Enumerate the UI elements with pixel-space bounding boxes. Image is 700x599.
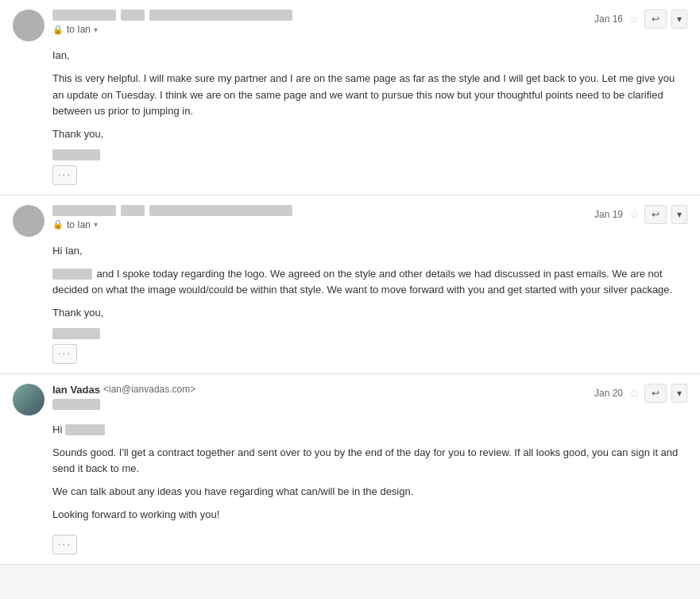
signature-1 [52,149,100,160]
sender-info-1: 🔒 to Ian ▾ Jan 16 ☆ ↩ ▾ [52,10,687,35]
body-para-2-1: Thank you, [52,305,687,322]
email-item-2: 🔒 to Ian ▾ Jan 19 ☆ ↩ ▾ Hi Ian, [0,195,700,374]
more-button-1[interactable]: ▾ [671,10,687,29]
to-label-1: to Ian [67,24,91,35]
greeting-3: Hi [52,422,687,439]
avatar-3 [13,384,44,415]
email-thread: 🔒 to Ian ▾ Jan 16 ☆ ↩ ▾ Ian, This is ve [0,0,700,565]
lock-icon-1: 🔒 [52,25,64,35]
sender-name-blurred-2b [121,205,145,216]
email-header-3: Ian Vadas <ian@ianvadas.com> Jan 20 ☆ ↩ … [13,384,687,415]
date-3: Jan 20 [594,388,623,399]
recipient-name-blurred-3 [65,424,105,435]
star-icon-3[interactable]: ☆ [629,387,640,400]
sender-email-blurred-2 [149,205,292,216]
dropdown-arrow-1[interactable]: ▾ [94,25,98,34]
to-label-2: to Ian [67,219,91,230]
to-row-1: 🔒 to Ian ▾ [52,24,292,35]
date-actions-2: Jan 19 ☆ ↩ ▾ [594,205,687,224]
body-para-1-0: This is very helpful. I will make sure m… [52,71,687,120]
sender-info-2: 🔒 to Ian ▾ Jan 19 ☆ ↩ ▾ [52,205,687,230]
dropdown-arrow-2[interactable]: ▾ [94,220,98,229]
body-para-2-0: and I spoke today regarding the logo. We… [52,266,687,300]
greeting-2: Hi Ian, [52,243,687,260]
email-item-3: Ian Vadas <ian@ianvadas.com> Jan 20 ☆ ↩ … [0,374,700,565]
reply-button-1[interactable]: ↩ [644,10,667,29]
sender-name-blurred-1b [121,10,145,21]
to-row-2: 🔒 to Ian ▾ [52,219,292,230]
avatar-1 [13,10,44,41]
sender-name-blurred-1 [52,10,116,21]
to-recipients-blurred-3 [52,399,100,410]
more-expand-3[interactable]: ··· [52,535,77,555]
to-extra-3 [106,399,108,410]
more-expand-1[interactable]: ··· [52,165,77,185]
sender-email-blurred-1 [149,10,292,21]
reply-button-3[interactable]: ↩ [644,384,667,403]
more-button-2[interactable]: ▾ [671,205,687,224]
email-header-2: 🔒 to Ian ▾ Jan 19 ☆ ↩ ▾ [13,205,687,237]
email-body-3: Hi Sounds good. I'll get a contract toge… [52,422,687,555]
email-body-1: Ian, This is very helpful. I will make s… [52,48,687,185]
signature-2 [52,328,100,339]
sender-name-blurred-2 [52,205,116,216]
lock-icon-2: 🔒 [52,219,64,230]
reply-button-2[interactable]: ↩ [644,205,667,224]
body-para-1-1: Thank you, [52,126,687,143]
star-icon-1[interactable]: ☆ [629,13,640,25]
body-para-3-2: Looking forward to working with you! [52,507,687,524]
date-1: Jan 16 [594,14,623,25]
date-actions-3: Jan 20 ☆ ↩ ▾ [594,384,687,403]
date-2: Jan 19 [594,209,623,220]
more-expand-2[interactable]: ··· [52,344,77,364]
to-row-3 [52,399,195,410]
email-body-2: Hi Ian, and I spoke today regarding the … [52,243,687,364]
sender-name-3: Ian Vadas [52,384,100,396]
date-actions-1: Jan 16 ☆ ↩ ▾ [594,10,687,29]
more-button-3[interactable]: ▾ [671,384,687,403]
email-header-1: 🔒 to Ian ▾ Jan 16 ☆ ↩ ▾ [13,10,687,41]
email-item-1: 🔒 to Ian ▾ Jan 16 ☆ ↩ ▾ Ian, This is ve [0,0,700,195]
star-icon-2[interactable]: ☆ [629,208,640,221]
name-blurred-2 [52,269,92,280]
sender-info-3: Ian Vadas <ian@ianvadas.com> Jan 20 ☆ ↩ … [52,384,687,410]
avatar-2 [13,205,44,237]
greeting-1: Ian, [52,48,687,64]
sender-email-3: <ian@ianvadas.com> [103,384,195,395]
body-para-3-0: Sounds good. I'll get a contract togethe… [52,445,687,478]
body-para-3-1: We can talk about any ideas you have reg… [52,484,687,500]
